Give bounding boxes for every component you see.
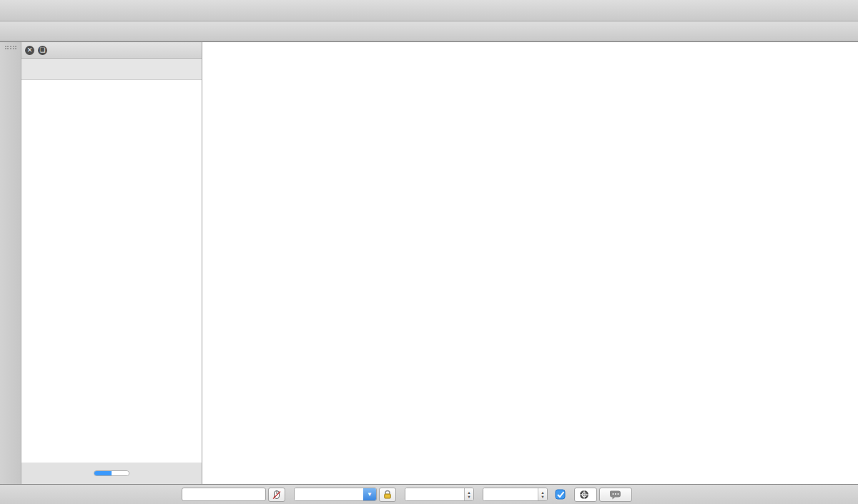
magnifier-spinbox[interactable]: ▲▼ (405, 488, 474, 501)
layers-panel: ✕ ❏ (21, 42, 202, 484)
digitizing-labeling-toolbar (0, 21, 858, 41)
panel-close-button[interactable]: ✕ (25, 46, 34, 55)
tab-browser-panel[interactable] (112, 471, 129, 475)
rotation-spinbox[interactable]: ▲▼ (483, 488, 548, 501)
qgis-window: ✕ ❏ ▼ (0, 0, 858, 504)
scale-input[interactable] (295, 488, 363, 500)
magnifier-stepper[interactable]: ▲▼ (464, 488, 473, 500)
mouse-position-toggle-button[interactable] (268, 488, 285, 502)
layer-tree (21, 80, 202, 463)
crs-status-button[interactable] (574, 488, 597, 502)
magnifier-input[interactable] (405, 488, 464, 500)
rotation-stepper[interactable]: ▲▼ (538, 488, 547, 500)
coordinate-input[interactable] (182, 488, 266, 501)
layers-panel-toolbar (21, 59, 202, 80)
globe-crs-icon (579, 490, 589, 500)
main-toolbar (0, 0, 858, 21)
rotation-input[interactable] (483, 488, 538, 500)
panel-float-button[interactable]: ❏ (38, 46, 47, 55)
scale-lock-button[interactable] (379, 488, 396, 502)
selection-message (3, 490, 173, 499)
manage-layers-toolbar (0, 42, 21, 484)
scale-combo[interactable]: ▼ (294, 488, 377, 501)
mouse-icon (271, 489, 282, 500)
message-bubble-icon (609, 490, 622, 500)
messages-button[interactable] (599, 488, 632, 502)
status-bar: ▼ ▲▼ ▲▼ (0, 484, 858, 504)
scale-dropdown-button[interactable]: ▼ (363, 488, 376, 500)
map-canvas[interactable] (202, 42, 858, 484)
lock-icon (383, 490, 393, 500)
map-render[interactable] (202, 42, 858, 484)
layers-panel-header: ✕ ❏ (21, 42, 202, 59)
render-checkbox[interactable] (555, 489, 566, 500)
panel-tab-bar (21, 463, 202, 484)
toolbar-drag-handle[interactable] (5, 46, 16, 49)
tab-layers-panel[interactable] (94, 471, 112, 475)
